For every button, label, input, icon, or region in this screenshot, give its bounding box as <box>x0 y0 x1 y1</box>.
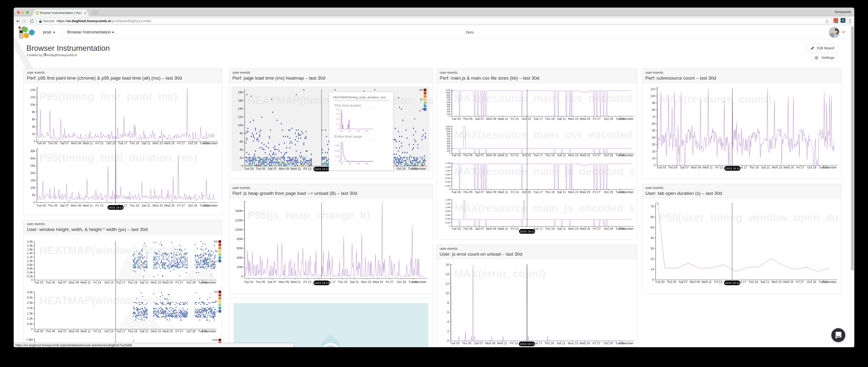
svg-text:Fri 13: Fri 13 <box>715 166 723 169</box>
svg-text:0.2M: 0.2M <box>445 221 451 224</box>
svg-text:Fri 27: Fri 27 <box>593 117 601 121</box>
svg-text:Fri 27: Fri 27 <box>593 227 601 231</box>
svg-text:Tue 03: Tue 03 <box>36 142 46 145</box>
svg-text:Wed 25: Wed 25 <box>580 342 590 345</box>
svg-text:0: 0 <box>33 140 35 143</box>
svg-text:Mon 09: Mon 09 <box>69 281 79 284</box>
svg-text:4.0: 4.0 <box>336 108 339 111</box>
svg-text:80M: 80M <box>237 237 243 241</box>
svg-text:1.0M: 1.0M <box>445 206 451 208</box>
svg-text:0: 0 <box>33 201 35 204</box>
svg-text:Fri 13: Fri 13 <box>96 204 103 207</box>
svg-text:Tue 03: Tue 03 <box>34 281 43 284</box>
svg-text:0: 0 <box>241 275 243 278</box>
svg-text:Fri 13: Fri 13 <box>511 227 519 231</box>
svg-text:Mon 23: Mon 23 <box>153 204 163 207</box>
svg-text:Mon 09: Mon 09 <box>691 166 701 169</box>
svg-text:Mon 09: Mon 09 <box>69 330 79 333</box>
svg-text:Fri 13: Fri 13 <box>96 142 103 145</box>
svg-text:Sat 07: Sat 07 <box>679 280 688 284</box>
svg-text:30: 30 <box>651 247 654 250</box>
svg-text:Thu 05: Thu 05 <box>46 281 55 284</box>
svg-text:Fri 27: Fri 27 <box>176 330 183 333</box>
svg-text:Mon 23: Mon 23 <box>153 142 163 145</box>
svg-text:Thu 19: Thu 19 <box>128 330 137 333</box>
svg-text:40: 40 <box>652 136 655 139</box>
svg-text:Fri 27: Fri 27 <box>385 280 394 284</box>
svg-text:Fri 27: Fri 27 <box>177 142 185 145</box>
svg-text:Oct 29: Oct 29 <box>807 166 816 169</box>
svg-text:Mon 09: Mon 09 <box>71 142 81 145</box>
svg-text:0: 0 <box>447 339 449 342</box>
svg-text:Wed 25: Wed 25 <box>783 166 794 169</box>
svg-text:Wed 25: Wed 25 <box>162 330 173 333</box>
svg-text:Oct 29: Oct 29 <box>604 227 613 231</box>
svg-text:12: 12 <box>445 282 449 286</box>
svg-text:15k: 15k <box>365 130 368 132</box>
svg-text:10: 10 <box>652 157 655 160</box>
svg-text:4k: 4k <box>32 125 35 128</box>
svg-text:Thu 19: Thu 19 <box>545 117 555 121</box>
svg-text:Mon 23: Mon 23 <box>568 154 579 157</box>
svg-text:1.4k: 1.4k <box>27 252 33 255</box>
svg-text:0.4M: 0.4M <box>445 217 451 220</box>
svg-text:Oct 29: Oct 29 <box>807 280 816 284</box>
svg-text:Wed 25: Wed 25 <box>373 280 383 284</box>
svg-text:10/15 19:13: 10/15 19:13 <box>725 167 740 170</box>
svg-text:Tue 03: Tue 03 <box>451 117 461 121</box>
svg-text:20: 20 <box>652 150 655 153</box>
svg-text:Oct 15: Oct 15 <box>104 281 114 284</box>
svg-text:Fri 27: Fri 27 <box>593 154 601 157</box>
svg-text:2.0k: 2.0k <box>335 150 339 152</box>
svg-text:60M: 60M <box>237 246 243 250</box>
svg-text:Fri 13: Fri 13 <box>510 342 518 345</box>
svg-text:Mon 09: Mon 09 <box>71 204 81 207</box>
svg-text:25k: 25k <box>30 164 35 167</box>
svg-text:Mon 23: Mon 23 <box>151 330 161 333</box>
svg-text:November: November <box>619 342 634 345</box>
svg-text:114: 114 <box>419 89 423 91</box>
svg-text:Fri 27: Fri 27 <box>593 191 601 194</box>
svg-text:Sat 21: Sat 21 <box>557 191 566 194</box>
svg-text:Tue 03: Tue 03 <box>451 154 461 157</box>
svg-text:15k: 15k <box>30 179 35 182</box>
svg-text:h: h <box>37 12 38 14</box>
svg-text:November: November <box>202 281 216 284</box>
svg-text:40M: 40M <box>237 256 243 260</box>
svg-text:Thu 19: Thu 19 <box>338 280 347 284</box>
svg-text:Sat 21: Sat 21 <box>350 280 359 284</box>
svg-text:Sat 21: Sat 21 <box>557 117 566 121</box>
svg-text:109: 109 <box>213 240 218 243</box>
svg-text:November: November <box>619 154 634 157</box>
svg-text:0: 0 <box>652 278 654 281</box>
svg-text:Fri 27: Fri 27 <box>796 280 804 284</box>
svg-text:14k: 14k <box>238 107 243 110</box>
svg-text:Thu 19: Thu 19 <box>748 280 758 284</box>
svg-text:50: 50 <box>651 226 654 229</box>
svg-text:HEATMAP(window_width): HEATMAP(window_width) <box>39 295 172 306</box>
svg-text:1: 1 <box>216 310 218 312</box>
svg-text:Tue 03: Tue 03 <box>655 280 665 284</box>
svg-text:20k: 20k <box>30 171 35 175</box>
svg-text:10/15 19:13: 10/15 19:13 <box>314 281 329 285</box>
svg-text:November: November <box>823 166 837 169</box>
svg-text:10k: 10k <box>238 124 243 127</box>
svg-text:0: 0 <box>449 152 451 155</box>
svg-text:12k: 12k <box>238 115 243 119</box>
svg-text:18k: 18k <box>238 91 243 94</box>
svg-text:4k: 4k <box>240 148 243 152</box>
svg-text:5k: 5k <box>349 162 351 165</box>
svg-text:Mon 09: Mon 09 <box>486 117 496 121</box>
svg-text:Wed 11: Wed 11 <box>81 330 91 333</box>
svg-text:P95(js_heap_change_b): P95(js_heap_change_b) <box>248 209 370 221</box>
svg-text:10k: 10k <box>30 103 35 106</box>
svg-text:0: 0 <box>449 115 451 118</box>
svg-text:Oct 29: Oct 29 <box>397 280 406 284</box>
svg-text:3.0k: 3.0k <box>27 296 33 299</box>
svg-text:Fri 13: Fri 13 <box>93 330 101 333</box>
svg-text:2k: 2k <box>32 132 35 136</box>
svg-text:Sat 21: Sat 21 <box>557 154 566 157</box>
svg-text:14k: 14k <box>30 88 35 92</box>
svg-text:Oct 29: Oct 29 <box>186 330 195 333</box>
svg-text:Thu 05: Thu 05 <box>256 167 266 170</box>
